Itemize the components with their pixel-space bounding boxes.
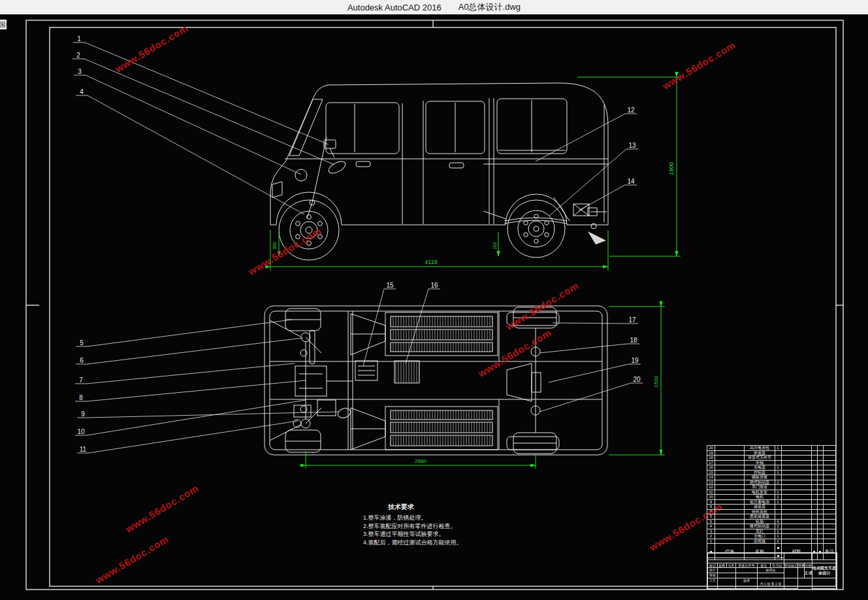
dim-rear-detail: 162 [492,242,497,250]
vehicle-side-view [270,83,608,260]
callout-number: 3 [78,68,82,75]
callout-number: 8 [79,394,83,401]
callout-number: 15 [386,282,394,289]
parts-row: 17半轴 [707,460,836,465]
tech-requirements-title: 技术要求 [388,503,500,512]
parts-row: 19差速器 [707,450,836,456]
parts-row: 10电机1 [707,495,836,500]
callout-number: 17 [628,316,636,324]
tech-requirement-item: 2.整车装配应对所有零件进行检查。 [363,522,500,531]
parts-row: 15控制器1 [707,470,836,475]
title-block: 标记 处数 分区 更改文件号 签名 年月日 设计 标准化 审核 工艺 批准 阶段… [707,552,837,590]
tech-requirements: 技术要求 1.整车涂漆，防锈处理。2.整车装配应对所有零件进行检查。3.整车通过… [363,503,500,546]
callout-number: 5 [80,339,84,346]
callout-number: 6 [80,357,84,364]
parts-row: 11电机支架1 [707,490,836,495]
parts-row: 9低压蓄电池1 [707,499,836,505]
parts-row: 8减速器 [707,505,836,510]
parts-row: 4碟式制动器2 [707,524,836,529]
parts-row: 13鼓式制动器2 [707,480,836,485]
callout-number: 19 [631,357,639,364]
dim-overall-height: 1900 [668,162,675,175]
parts-row: 2充电口1 [707,534,836,539]
parts-row: 12车门滑道 [707,485,836,490]
dim-overall-width: 1500 [653,376,659,388]
tb-sheet: 共 1 张 第 1 张 [757,578,784,589]
callout-number: 13 [628,142,636,149]
callout-number: 9 [81,410,85,418]
tb-drawing-title: 电动观光车总体设计 [812,563,837,578]
dimension-lines [270,77,681,469]
parts-row: 20高压电池包1 [707,446,836,451]
autocad-window: Autodesk AutoCAD 2016 A0总体设计.dwg 国 [0,0,868,600]
dim-front-detail: 350 [272,242,277,250]
tb-approve: 批准 [735,578,758,589]
callout-number: 1 [77,35,81,42]
dim-wheelbase: 2680 [415,458,426,464]
window-fragment-icon[interactable]: 国 [0,20,7,29]
callout-number: 11 [80,446,87,453]
callout-number: 7 [79,376,83,384]
callout-number: 12 [627,107,635,114]
parts-row: 7转向系统 [707,509,836,514]
callout-number: 18 [630,337,637,344]
parts-row: 1后视镜2 [707,539,836,544]
tech-requirement-item: 4.装配后，需经过测试合格方能使用。 [363,539,500,547]
callout-number: 4 [80,88,84,95]
vehicle-bottom-view [265,306,607,455]
callout-number: 10 [77,428,85,435]
parts-row: 3车灯1 [707,529,836,534]
parts-row: 18球笼式万向节 [707,456,836,461]
parts-row: 16充电器1 [707,465,836,471]
tech-requirement-item: 3.整车通过平顺性等试验要求。 [363,530,500,539]
callout-number: 14 [627,178,635,185]
part-callouts: 1234567891011121314151617181920 [72,35,643,453]
parts-row: 14钢板弹簧 [707,475,836,480]
dim-overall-length: 4118 [425,259,437,265]
parts-row: 5轮胎4 [707,519,836,524]
callout-number: 2 [76,52,80,59]
parts-list-table: 20高压电池包119差速器18球笼式万向节17半轴16充电器115控制器114钢… [707,445,836,560]
parts-row: 6悬架减震器 [707,514,836,520]
callout-number: 20 [633,376,641,383]
tech-requirement-item: 1.整车涂漆，防锈处理。 [363,514,500,522]
tb-process: 工艺 [707,578,718,589]
callout-number: 16 [430,282,438,289]
